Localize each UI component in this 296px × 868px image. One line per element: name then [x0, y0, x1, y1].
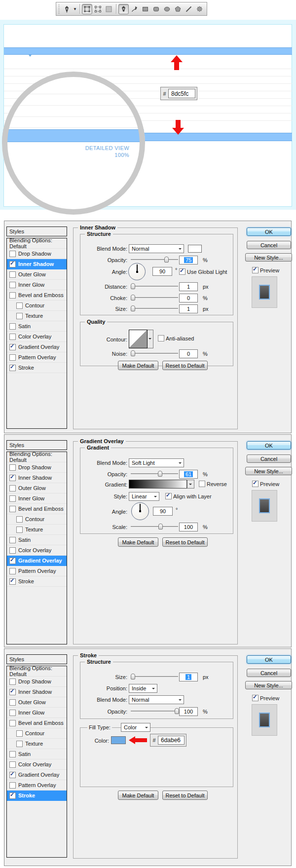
- shadow-color-swatch[interactable]: [188, 245, 202, 253]
- style-item-outer-glow[interactable]: Outer Glow: [7, 697, 67, 708]
- ok-button[interactable]: OK: [247, 655, 291, 664]
- stroke-color-swatch[interactable]: [111, 736, 126, 744]
- size-value-field[interactable]: 1: [179, 304, 198, 313]
- unchecked-checkbox-icon[interactable]: [16, 527, 23, 533]
- style-item-satin[interactable]: Satin: [7, 321, 67, 332]
- gradient-dropdown-button[interactable]: [187, 480, 194, 489]
- blend-mode-select[interactable]: Soft Light: [129, 458, 184, 467]
- style-item-blending-options-default[interactable]: Blending Options: Default: [7, 666, 67, 677]
- position-select[interactable]: Inside: [129, 684, 157, 693]
- style-item-contour[interactable]: Contour: [7, 728, 67, 739]
- style-item-inner-shadow[interactable]: Inner Shadow: [7, 687, 67, 697]
- align-with-layer-checkbox[interactable]: [165, 493, 172, 499]
- rectangle-tool-icon[interactable]: [140, 4, 150, 14]
- preview-checkbox[interactable]: [252, 267, 259, 273]
- style-item-drop-shadow[interactable]: Drop Shadow: [7, 249, 67, 259]
- style-item-bevel-and-emboss[interactable]: Bevel and Emboss: [7, 718, 67, 728]
- slider-thumb[interactable]: [175, 708, 179, 714]
- slider-thumb[interactable]: [164, 257, 169, 263]
- checked-checkbox-icon[interactable]: [9, 261, 16, 267]
- make-default-button[interactable]: Make Default: [118, 537, 158, 547]
- path-selection-tool-icon[interactable]: [82, 4, 92, 14]
- reverse-checkbox[interactable]: [199, 481, 205, 487]
- style-item-stroke[interactable]: Stroke: [7, 576, 67, 587]
- opacity-value-field[interactable]: 100: [179, 707, 198, 716]
- unchecked-checkbox-icon[interactable]: [9, 710, 16, 716]
- noise-value-field[interactable]: 0: [179, 349, 198, 358]
- scale-value-field[interactable]: 100: [179, 523, 198, 531]
- choke-slider[interactable]: [131, 294, 178, 301]
- freeform-pen-mode-icon[interactable]: [129, 4, 140, 14]
- style-item-stroke[interactable]: Stroke: [7, 791, 67, 801]
- opacity-slider[interactable]: [131, 470, 178, 477]
- new-style-button[interactable]: New Style...: [245, 253, 292, 262]
- noise-slider[interactable]: [131, 350, 178, 357]
- unchecked-checkbox-icon[interactable]: [9, 271, 16, 278]
- unchecked-checkbox-icon[interactable]: [9, 251, 16, 257]
- style-item-color-overlay[interactable]: Color Overlay: [7, 759, 67, 770]
- line-tool-icon[interactable]: [184, 4, 194, 14]
- style-item-bevel-and-emboss[interactable]: Bevel and Emboss: [7, 290, 67, 301]
- cancel-button[interactable]: Cancel: [247, 669, 291, 677]
- unchecked-checkbox-icon[interactable]: [9, 282, 16, 288]
- style-item-pattern-overlay[interactable]: Pattern Overlay: [7, 566, 67, 576]
- new-style-button[interactable]: New Style...: [245, 467, 292, 475]
- unchecked-checkbox-icon[interactable]: [16, 313, 23, 319]
- unchecked-checkbox-icon[interactable]: [9, 547, 16, 554]
- ok-button[interactable]: OK: [247, 227, 291, 236]
- unchecked-checkbox-icon[interactable]: [9, 720, 16, 726]
- scale-slider[interactable]: [131, 523, 178, 530]
- checked-checkbox-icon[interactable]: [9, 365, 16, 371]
- unchecked-checkbox-icon[interactable]: [9, 782, 16, 789]
- checked-checkbox-icon[interactable]: [9, 793, 16, 799]
- angle-value-field[interactable]: 90: [152, 267, 172, 276]
- style-item-blending-options-default[interactable]: Blending Options: Default: [7, 452, 67, 462]
- new-style-button[interactable]: New Style...: [245, 681, 292, 689]
- blend-mode-select[interactable]: Normal: [129, 244, 184, 253]
- style-item-gradient-overlay[interactable]: Gradient Overlay: [7, 342, 67, 352]
- size-slider[interactable]: [131, 673, 178, 680]
- checked-checkbox-icon[interactable]: [9, 772, 16, 778]
- reset-to-default-button[interactable]: Reset to Default: [162, 537, 208, 547]
- ellipse-tool-icon[interactable]: [162, 4, 172, 14]
- gradient-preview-bar[interactable]: [129, 480, 187, 489]
- make-default-button[interactable]: Make Default: [118, 791, 158, 800]
- contour-dropdown-button[interactable]: [148, 330, 153, 348]
- slider-thumb[interactable]: [131, 283, 135, 289]
- unchecked-checkbox-icon[interactable]: [9, 679, 16, 685]
- style-item-inner-glow[interactable]: Inner Glow: [7, 708, 67, 718]
- unchecked-checkbox-icon[interactable]: [9, 761, 16, 768]
- unchecked-checkbox-icon[interactable]: [9, 292, 16, 299]
- style-item-gradient-overlay[interactable]: Gradient Overlay: [7, 556, 67, 566]
- checked-checkbox-icon[interactable]: [9, 558, 16, 564]
- style-item-bevel-and-emboss[interactable]: Bevel and Emboss: [7, 504, 67, 514]
- style-item-texture[interactable]: Texture: [7, 739, 67, 749]
- fill-type-select[interactable]: Color: [121, 723, 150, 732]
- hex-value-input[interactable]: 8dc5fc: [168, 89, 195, 98]
- style-item-satin[interactable]: Satin: [7, 535, 67, 545]
- style-item-satin[interactable]: Satin: [7, 749, 67, 759]
- make-default-button[interactable]: Make Default: [118, 361, 158, 370]
- checked-checkbox-icon[interactable]: [9, 475, 16, 481]
- distance-value-field[interactable]: 1: [179, 282, 198, 291]
- unchecked-checkbox-icon[interactable]: [16, 302, 23, 309]
- style-select[interactable]: Linear: [129, 492, 159, 501]
- pen-mode-icon[interactable]: [118, 4, 129, 14]
- pen-tool-icon[interactable]: [62, 4, 72, 14]
- unchecked-checkbox-icon[interactable]: [16, 516, 23, 523]
- unchecked-checkbox-icon[interactable]: [9, 495, 16, 502]
- style-item-pattern-overlay[interactable]: Pattern Overlay: [7, 780, 67, 791]
- custom-shape-tool-icon[interactable]: [194, 4, 205, 14]
- hex-value-input[interactable]: 6dabe6: [158, 736, 185, 745]
- style-item-pattern-overlay[interactable]: Pattern Overlay: [7, 352, 67, 363]
- distance-slider[interactable]: [131, 283, 178, 290]
- unchecked-checkbox-icon[interactable]: [9, 506, 16, 512]
- slider-thumb[interactable]: [131, 350, 135, 356]
- slider-thumb[interactable]: [158, 524, 163, 529]
- style-item-contour[interactable]: Contour: [7, 514, 67, 525]
- unchecked-checkbox-icon[interactable]: [9, 537, 16, 543]
- size-slider[interactable]: [131, 305, 178, 312]
- style-item-drop-shadow[interactable]: Drop Shadow: [7, 462, 67, 473]
- unchecked-checkbox-icon[interactable]: [9, 334, 16, 340]
- rounded-rectangle-tool-icon[interactable]: [151, 4, 161, 14]
